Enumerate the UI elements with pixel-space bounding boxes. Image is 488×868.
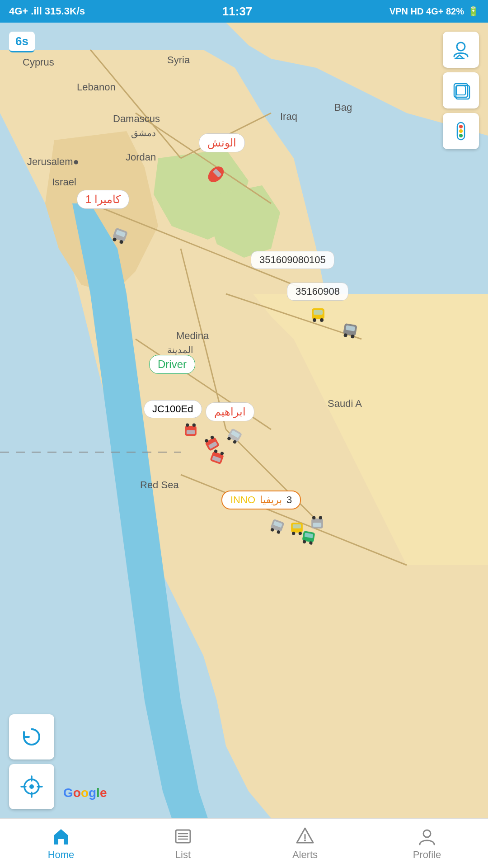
svg-rect-36 <box>187 430 195 434</box>
profile-switch-icon <box>450 39 471 60</box>
callout-inno-breefia: INNO بريفيا 3 <box>221 491 301 509</box>
home-icon <box>51 826 71 846</box>
callout-ibrahim: ابراهيم <box>206 402 254 421</box>
svg-point-37 <box>192 424 196 427</box>
right-toolbar <box>443 32 479 149</box>
network-info: 4G+ .ill 315.3K/s <box>9 5 85 17</box>
status-left: 4G+ .ill 315.3K/s <box>9 5 85 17</box>
nav-item-profile[interactable]: Profile <box>366 819 488 868</box>
timer-badge: 6s <box>9 32 35 52</box>
svg-point-29 <box>313 318 316 322</box>
callout-camera: كاميرا 1 <box>77 190 129 209</box>
car-icon-12 <box>307 509 327 533</box>
google-logo: Google <box>63 786 107 800</box>
svg-point-11 <box>457 42 465 51</box>
layers-button[interactable] <box>443 72 479 108</box>
status-bar: 4G+ .ill 315.3K/s 11:37 VPN HD 4G+ 82% 🔋 <box>0 0 488 23</box>
nav-label-alerts: Alerts <box>292 849 318 861</box>
refresh-button[interactable] <box>9 714 54 760</box>
svg-point-18 <box>459 129 463 133</box>
traffic-light-icon <box>450 121 471 142</box>
car-icon-3 <box>307 303 329 330</box>
location-button[interactable] <box>9 764 54 809</box>
nav-item-alerts[interactable]: Alerts <box>244 819 366 868</box>
svg-point-78 <box>304 840 306 841</box>
device-id-2: 35160908 <box>287 283 348 301</box>
svg-point-17 <box>459 125 463 128</box>
refresh-icon <box>19 725 44 749</box>
inno-label: INNO <box>230 494 255 506</box>
callout-driver: Driver <box>149 355 195 374</box>
svg-rect-64 <box>313 523 321 527</box>
signal-info: VPN HD 4G+ 82% <box>389 6 464 17</box>
svg-rect-28 <box>314 310 323 315</box>
person-icon <box>417 826 437 846</box>
svg-point-66 <box>312 516 315 519</box>
nav-item-home[interactable]: Home <box>0 819 122 868</box>
svg-point-30 <box>320 318 324 322</box>
nav-label-profile: Profile <box>413 849 441 861</box>
svg-point-68 <box>29 784 34 789</box>
svg-point-65 <box>319 516 322 519</box>
nav-label-list: List <box>175 849 191 861</box>
profile-switch-button[interactable] <box>443 32 479 68</box>
svg-point-57 <box>292 532 295 535</box>
status-right: VPN HD 4G+ 82% 🔋 <box>389 6 479 17</box>
alerts-icon <box>295 826 315 846</box>
battery-icon: 🔋 <box>468 6 479 17</box>
nav-item-list[interactable]: List <box>122 819 244 868</box>
layers-icon <box>450 80 471 101</box>
left-toolbar <box>9 714 54 809</box>
callout-alwanash: الونش <box>199 133 245 152</box>
svg-rect-14 <box>456 86 465 95</box>
nav-label-home: Home <box>48 849 75 861</box>
callout-jc100: JC100Ed <box>144 400 202 418</box>
num3-label: 3 <box>286 494 292 506</box>
svg-point-79 <box>423 830 431 837</box>
device-id-1: 351609080105 <box>251 251 334 269</box>
traffic-status-button[interactable] <box>443 113 479 149</box>
map-view[interactable]: 6s <box>0 23 488 818</box>
car-icon-4 <box>337 317 363 347</box>
status-time: 11:37 <box>222 5 253 19</box>
svg-point-38 <box>186 424 189 427</box>
bottom-nav: Home List Alerts Profile <box>0 818 488 868</box>
location-icon <box>19 774 44 799</box>
svg-point-19 <box>459 134 463 137</box>
list-icon <box>173 826 193 846</box>
breefia-label: بريفيا <box>260 494 282 506</box>
